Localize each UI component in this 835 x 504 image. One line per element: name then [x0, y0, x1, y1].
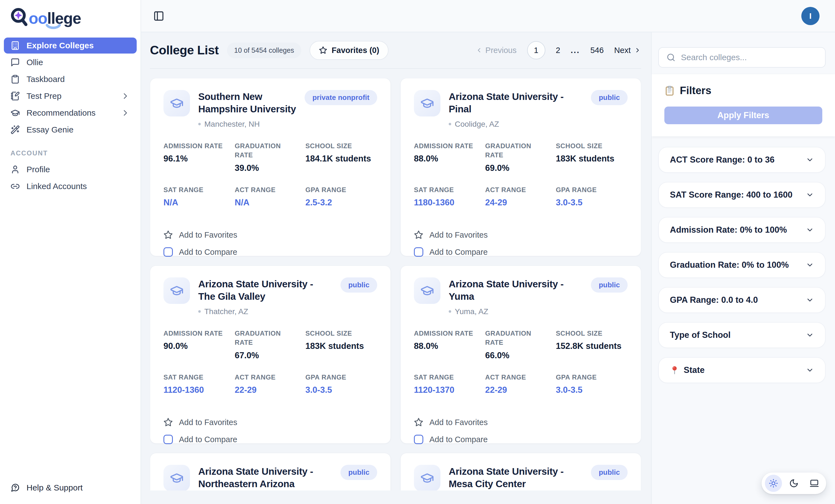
- magic-wand-icon: [11, 125, 20, 134]
- stat-value: 152.8K students: [556, 341, 628, 351]
- filter-label: SAT Score Range: 400 to 1600: [670, 190, 793, 200]
- graduation-cap-icon: [170, 471, 184, 485]
- filter-type-of-school[interactable]: Type of School: [658, 322, 826, 348]
- add-to-compare-control[interactable]: Add to Compare: [414, 247, 628, 257]
- next-page-button[interactable]: Next: [614, 46, 641, 55]
- sidebar-item-essay-genie[interactable]: Essay Genie: [4, 122, 137, 138]
- cards-scroll-area[interactable]: Southern New Hampshire University Manche…: [150, 78, 641, 490]
- add-to-compare-label: Add to Compare: [429, 248, 488, 257]
- help-support-label: Help & Support: [26, 483, 83, 492]
- panel-left-icon: [153, 10, 164, 22]
- location-text: Yuma, AZ: [455, 307, 488, 316]
- add-to-favorites-button[interactable]: Add to Favorites: [163, 230, 377, 239]
- sidebar-item-linked-accounts[interactable]: Linked Accounts: [4, 178, 137, 194]
- filter-state[interactable]: State: [658, 357, 826, 383]
- add-to-favorites-button[interactable]: Add to Favorites: [163, 418, 377, 427]
- magnifier-q-logo-icon: [9, 7, 30, 30]
- college-stats: ADMISSION RATE90.0% GRADUATION RATE67.0%…: [163, 329, 377, 395]
- filter-act-score-range[interactable]: ACT Score Range: 0 to 36: [658, 147, 826, 173]
- college-logo: [414, 465, 441, 490]
- link-icon: [11, 182, 20, 191]
- sidebar-item-profile[interactable]: Profile: [4, 162, 137, 177]
- filter-label: ACT Score Range: 0 to 36: [670, 155, 775, 165]
- stat-value: N/A: [163, 197, 235, 208]
- stat-label: SAT RANGE: [163, 373, 232, 382]
- filter-sat-score-range[interactable]: SAT Score Range: 400 to 1600: [658, 182, 826, 208]
- sidebar-item-ollie[interactable]: Ollie: [4, 55, 137, 70]
- add-to-compare-control[interactable]: Add to Compare: [163, 247, 377, 257]
- page-button-2[interactable]: 2: [556, 46, 560, 55]
- brand-logo[interactable]: oollege: [4, 7, 137, 38]
- stat-label: SCHOOL SIZE: [305, 329, 374, 338]
- stat-label: SAT RANGE: [414, 185, 483, 195]
- stat-value: 88.0%: [414, 341, 485, 351]
- add-to-favorites-button[interactable]: Add to Favorites: [414, 418, 628, 427]
- college-logo: [414, 90, 441, 117]
- stat-value: 69.0%: [485, 163, 556, 173]
- compare-checkbox[interactable]: [163, 247, 173, 257]
- college-location: Coolidge, AZ: [449, 120, 583, 129]
- help-support-button[interactable]: Help & Support: [4, 480, 137, 496]
- stat-label: SCHOOL SIZE: [556, 329, 625, 338]
- light-mode-button[interactable]: [765, 475, 782, 492]
- pagination: Previous 1 2 ... 546 Next: [475, 41, 641, 59]
- stat-graduation-rate: GRADUATION RATE67.0%: [235, 329, 305, 360]
- building-icon: [11, 41, 20, 50]
- sidebar-item-explore-colleges[interactable]: Explore Colleges: [4, 38, 137, 54]
- stat-sat-range: SAT RANGE1120-1370: [414, 373, 485, 395]
- sidebar-item-test-prep[interactable]: Test Prep: [4, 88, 137, 104]
- stat-act-range: ACT RANGE24-29: [485, 185, 556, 208]
- stat-value: 183K students: [305, 341, 377, 351]
- location-bullet: [198, 123, 201, 125]
- sidebar-item-label: Essay Genie: [26, 125, 74, 134]
- sidebar-item-recommendations[interactable]: Recommendations: [4, 105, 137, 121]
- dark-mode-button[interactable]: [785, 475, 802, 492]
- sidebar-nav: Explore Colleges Ollie Taskboard Test Pr…: [4, 38, 137, 138]
- stat-value: 39.0%: [235, 163, 305, 173]
- stat-label: GRADUATION RATE: [485, 329, 536, 347]
- filter-label: GPA Range: 0.0 to 4.0: [670, 295, 758, 305]
- user-avatar[interactable]: I: [801, 7, 819, 25]
- chevron-down-icon: [806, 331, 814, 339]
- stat-value: 67.0%: [235, 351, 305, 360]
- college-list-section: College List 10 of 5454 colleges Favorit…: [141, 32, 651, 504]
- favorites-button[interactable]: Favorites (0): [309, 41, 388, 60]
- filter-graduation-rate[interactable]: Graduation Rate: 0% to 100%: [658, 252, 826, 278]
- compare-checkbox[interactable]: [414, 435, 423, 444]
- stat-label: SCHOOL SIZE: [556, 141, 625, 151]
- chevron-down-icon: [806, 226, 814, 234]
- sidebar-toggle-button[interactable]: [153, 10, 164, 22]
- stat-label: SAT RANGE: [414, 373, 483, 382]
- app-shell: oollege Explore Colleges Ollie Taskboard…: [0, 0, 835, 504]
- compare-checkbox[interactable]: [414, 247, 423, 257]
- star-icon: [414, 230, 423, 239]
- graduation-cap-icon: [420, 96, 434, 110]
- stat-label: GRADUATION RATE: [235, 329, 286, 347]
- college-logo: [163, 465, 190, 490]
- previous-page-button[interactable]: Previous: [475, 46, 517, 55]
- college-heading: Arizona State University - Northeastern …: [198, 465, 332, 490]
- card-header: Arizona State University - The Gila Vall…: [163, 277, 377, 316]
- stat-admission-rate: ADMISSION RATE88.0%: [414, 141, 485, 173]
- add-to-compare-control[interactable]: Add to Compare: [163, 435, 377, 444]
- add-to-favorites-label: Add to Favorites: [179, 230, 237, 239]
- card-header: Southern New Hampshire University Manche…: [163, 90, 377, 129]
- stat-label: ACT RANGE: [485, 373, 554, 382]
- search-input[interactable]: [681, 53, 817, 62]
- filter-gpa-range[interactable]: GPA Range: 0.0 to 4.0: [658, 287, 826, 313]
- stat-sat-range: SAT RANGE1180-1360: [414, 185, 485, 208]
- system-mode-button[interactable]: [806, 475, 823, 492]
- college-card: Arizona State University - The Gila Vall…: [150, 266, 391, 444]
- add-to-compare-control[interactable]: Add to Compare: [414, 435, 628, 444]
- add-to-favorites-button[interactable]: Add to Favorites: [414, 230, 628, 239]
- compare-checkbox[interactable]: [163, 435, 173, 444]
- page-button-1[interactable]: 1: [527, 41, 545, 59]
- apply-filters-button[interactable]: Apply Filters: [664, 107, 822, 124]
- page-button-546[interactable]: 546: [590, 46, 604, 55]
- sidebar-item-taskboard[interactable]: Taskboard: [4, 71, 137, 87]
- graduation-cap-icon: [11, 108, 20, 118]
- card-header: Arizona State University - Yuma Yuma, AZ…: [414, 277, 628, 316]
- add-to-favorites-label: Add to Favorites: [429, 418, 488, 427]
- stat-admission-rate: ADMISSION RATE96.1%: [163, 141, 235, 173]
- filter-admission-rate[interactable]: Admission Rate: 0% to 100%: [658, 217, 826, 243]
